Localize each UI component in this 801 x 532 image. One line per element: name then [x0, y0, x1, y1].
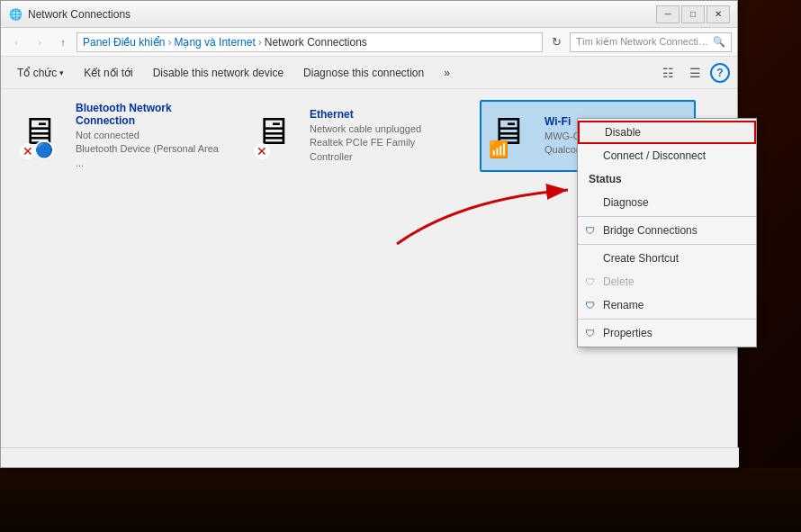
ethernet-info: Ethernet Network cable unplugged Realtek… [310, 108, 454, 164]
ctx-create-shortcut[interactable]: Create Shortcut [578, 247, 756, 270]
delete-shield-icon: 🛡 [585, 276, 595, 287]
close-button[interactable]: ✕ [706, 5, 730, 23]
organize-button[interactable]: Tổ chức ▾ [8, 60, 73, 86]
path-sep-2: › [258, 36, 262, 49]
bluetooth-badge-icon: 🔵 [34, 140, 54, 159]
up-button[interactable]: ↑ [53, 32, 73, 52]
refresh-button[interactable]: ↻ [546, 32, 566, 52]
arrow-annotation [388, 181, 586, 253]
rename-shield-icon: 🛡 [585, 300, 595, 311]
ctx-rename-label: Rename [603, 299, 644, 311]
ctx-status-label: Status [589, 173, 622, 185]
ctx-delete[interactable]: 🛡 Delete [578, 270, 756, 293]
window-title: Network Connections [28, 8, 656, 21]
path-sep-1: › [167, 36, 171, 49]
more-button[interactable]: » [435, 60, 459, 86]
bluetooth-detail: Bluetooth Device (Personal Area ... [76, 142, 220, 170]
ctx-status: Status [578, 167, 756, 191]
ctx-divider-1 [578, 216, 756, 217]
ctx-create-shortcut-label: Create Shortcut [603, 252, 679, 265]
bluetooth-info: Bluetooth Network Connection Not connect… [76, 102, 220, 170]
ethernet-icon-container: 🖥 ✕ [254, 113, 301, 159]
bluetooth-name: Bluetooth Network Connection [76, 102, 220, 127]
path-panel[interactable]: Panel Điều khiển [83, 36, 165, 49]
ctx-properties[interactable]: 🛡 Properties [578, 321, 756, 345]
forward-button[interactable]: › [30, 32, 50, 52]
organize-arrow: ▾ [59, 68, 64, 77]
view-toggle-button[interactable]: ☰ [683, 61, 706, 85]
context-menu: Disable Connect / Disconnect Status Diag… [577, 118, 757, 347]
properties-shield-icon: 🛡 [585, 328, 595, 338]
ctx-diagnose-label: Diagnose [603, 196, 649, 209]
maximize-button[interactable]: □ [681, 5, 705, 23]
ethernet-device[interactable]: 🖥 ✕ Ethernet Network cable unplugged Rea… [246, 100, 462, 172]
minimize-button[interactable]: ─ [656, 5, 680, 23]
toolbar-right: ☷ ☰ ? [656, 61, 730, 85]
connect-to-button[interactable]: Kết nối tới [75, 60, 141, 86]
wifi-icon-container: 🖥 📶 [489, 113, 536, 159]
view-options-button[interactable]: ☷ [656, 61, 680, 85]
bluetooth-device[interactable]: 🖥 ✕ 🔵 Bluetooth Network Connection Not c… [12, 100, 228, 172]
title-bar: 🌐 Network Connections ─ □ ✕ [1, 1, 737, 28]
path-network[interactable]: Mạng và Internet [174, 36, 255, 49]
bridge-shield-icon: 🛡 [585, 225, 595, 236]
search-placeholder: Tìm kiếm Network Connections [576, 36, 711, 48]
ctx-bridge-connections[interactable]: 🛡 Bridge Connections [578, 219, 756, 242]
address-path[interactable]: Panel Điều khiển › Mạng và Internet › Ne… [76, 32, 543, 52]
bluetooth-status: Not connected [76, 129, 220, 142]
ctx-bridge-label: Bridge Connections [603, 224, 698, 237]
ctx-divider-3 [578, 319, 756, 320]
ctx-connect-disconnect[interactable]: Connect / Disconnect [578, 144, 756, 167]
search-icon: 🔍 [713, 36, 725, 48]
window-icon: 🌐 [8, 7, 22, 22]
path-current: Network Connections [265, 36, 367, 49]
ethernet-name: Ethernet [310, 108, 454, 121]
ethernet-overlay-icon: ✕ [254, 143, 270, 159]
explorer-window: 🌐 Network Connections ─ □ ✕ ‹ › ↑ Panel … [0, 0, 738, 468]
ctx-rename[interactable]: 🛡 Rename [578, 293, 756, 317]
back-button[interactable]: ‹ [6, 32, 26, 52]
ctx-connect-label: Connect / Disconnect [603, 149, 706, 162]
toolbar: Tổ chức ▾ Kết nối tới Disable this netwo… [1, 57, 737, 89]
status-bar [1, 447, 739, 467]
search-box[interactable]: Tìm kiếm Network Connections 🔍 [570, 32, 732, 52]
bluetooth-icon-container: 🖥 ✕ 🔵 [20, 113, 67, 159]
ctx-delete-label: Delete [603, 275, 634, 288]
help-button[interactable]: ? [710, 63, 730, 83]
ethernet-detail: Realtek PCIe FE Family Controller [310, 136, 454, 164]
ctx-disable[interactable]: Disable [578, 121, 756, 144]
diagnose-button[interactable]: Diagnose this connection [294, 60, 433, 86]
ctx-divider-2 [578, 244, 756, 245]
address-bar: ‹ › ↑ Panel Điều khiển › Mạng và Interne… [1, 28, 737, 57]
disable-button[interactable]: Disable this network device [144, 60, 292, 86]
window-controls: ─ □ ✕ [656, 5, 730, 23]
ctx-properties-label: Properties [603, 327, 652, 339]
ctx-diagnose[interactable]: Diagnose [578, 191, 756, 214]
ethernet-status: Network cable unplugged [310, 122, 454, 136]
wifi-signal-icon: 📶 [489, 140, 508, 159]
ctx-disable-label: Disable [605, 126, 641, 139]
